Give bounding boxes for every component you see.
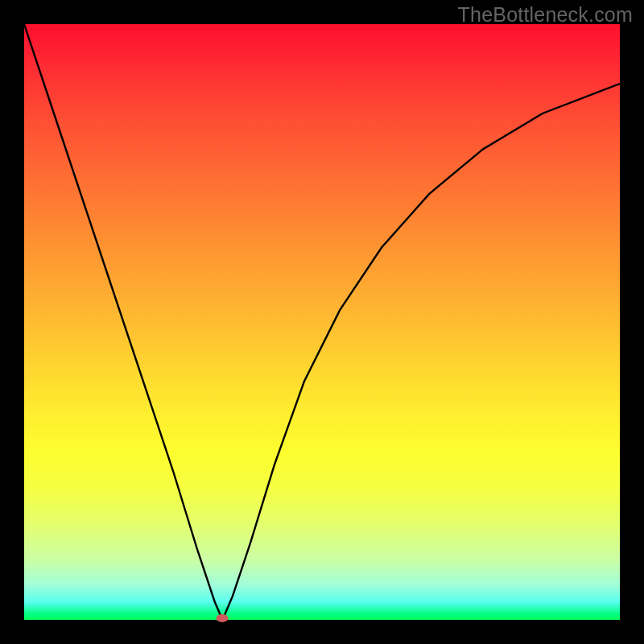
bottleneck-curve-svg	[24, 24, 620, 620]
plot-area	[24, 24, 620, 620]
chart-frame: TheBottleneck.com	[0, 0, 644, 644]
watermark-text: TheBottleneck.com	[458, 3, 633, 27]
optimal-point-marker	[217, 614, 229, 622]
bottleneck-curve-path	[24, 24, 620, 620]
